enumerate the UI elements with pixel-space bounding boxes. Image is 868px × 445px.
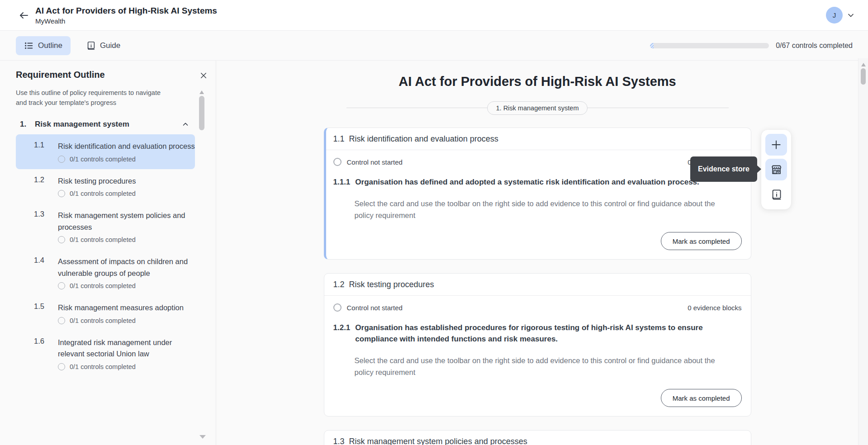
tab-outline[interactable]: Outline: [16, 36, 71, 55]
item-status-text: 0/1 controls completed: [70, 282, 136, 289]
item-number: 1.1: [34, 141, 58, 163]
close-outline-button[interactable]: [198, 70, 209, 81]
tab-guide[interactable]: Guide: [78, 36, 128, 55]
sidebar-item-1-3[interactable]: 1.3 Risk management system policies and …: [16, 204, 195, 250]
requirement-card-1-2[interactable]: 1.2 Risk testing procedures Control not …: [324, 273, 751, 417]
item-status-text: 0/1 controls completed: [70, 317, 136, 324]
scroll-up-icon[interactable]: [861, 63, 866, 66]
control-number: 1.2.1: [333, 322, 351, 345]
tooltip-label: Evidence store: [698, 165, 749, 173]
workspace-name: MyWealth: [35, 17, 217, 25]
outline-panel-description: Use this outline of policy requirements …: [16, 88, 170, 108]
chevron-up-icon[interactable]: [181, 120, 190, 128]
item-number: 1.4: [34, 256, 58, 289]
card-actions: Mark as completed: [333, 389, 742, 407]
control-status-row: Control not started 0 evidence blocks: [333, 303, 742, 312]
control-row: 1.1.1 Organisation has defined and adopt…: [333, 177, 742, 188]
control-status-text: Control not started: [347, 158, 403, 166]
outline-items: 1.1 Risk identification and evaluation p…: [16, 134, 195, 377]
sidebar-item-1-5[interactable]: 1.5 Risk management measures adoption 0/…: [16, 296, 195, 331]
app-root: AI Act for Providers of High-Risk AI Sys…: [0, 0, 868, 445]
requirement-outline-panel: Requirement Outline Use this outline of …: [0, 61, 216, 445]
progress-fill: [650, 43, 654, 48]
card-number: 1.2: [333, 280, 345, 289]
requirement-card-1-3[interactable]: 1.3 Risk management system policies and …: [324, 430, 751, 445]
card-actions: Mark as completed: [333, 232, 742, 250]
view-tabs: Outline Guide: [16, 36, 128, 55]
tab-guide-label: Guide: [100, 41, 120, 50]
evidence-store-tooltip: Evidence store: [690, 156, 757, 182]
control-row: 1.2.1 Organisation has established proce…: [333, 322, 742, 345]
control-status-circle[interactable]: [333, 158, 342, 166]
item-label: Risk identification and evaluation proce…: [58, 141, 195, 152]
item-status-text: 0/1 controls completed: [70, 363, 136, 370]
card-header: 1.2 Risk testing procedures: [324, 274, 751, 295]
item-status-text: 0/1 controls completed: [70, 156, 136, 163]
control-status-circle[interactable]: [333, 303, 342, 312]
header-right: J: [826, 7, 855, 24]
page-scrollbar[interactable]: [858, 58, 868, 445]
chevron-down-icon[interactable]: [846, 11, 855, 20]
item-label: Assessment of impacts on children and vu…: [58, 256, 195, 279]
section-divider: 1. Risk management system: [346, 101, 729, 115]
outline-section-risk-management[interactable]: 1. Risk management system: [16, 120, 195, 129]
item-label: Risk testing procedures: [58, 175, 195, 187]
item-label: Risk management system policies and proc…: [58, 210, 195, 233]
evidence-store-button[interactable]: [765, 159, 787, 180]
card-header: 1.1 Risk identification and evaluation p…: [326, 128, 751, 150]
control-number: 1.1.1: [333, 177, 351, 188]
status-circle-icon: [58, 282, 65, 289]
requirement-card-1-1[interactable]: 1.1 Risk identification and evaluation p…: [324, 128, 751, 260]
card-title: Risk testing procedures: [349, 280, 434, 289]
progress-bar: [650, 43, 769, 48]
item-number: 1.5: [34, 302, 58, 324]
item-label: Risk management measures adoption: [58, 302, 195, 314]
sidebar-item-1-1[interactable]: 1.1 Risk identification and evaluation p…: [16, 134, 195, 169]
status-circle-icon: [58, 156, 65, 163]
evidence-floating-toolbar: [761, 130, 791, 209]
page-title: AI Act for Providers of High-Risk AI Sys…: [35, 5, 217, 16]
sidebar-scroll-down-icon[interactable]: [199, 435, 206, 439]
item-number: 1.6: [34, 337, 58, 370]
card-number: 1.3: [333, 437, 345, 445]
control-helper-text: Select the card and use the toolbar on t…: [355, 198, 726, 222]
tab-outline-label: Outline: [38, 41, 62, 50]
sidebar-item-1-2[interactable]: 1.2 Risk testing procedures 0/1 controls…: [16, 169, 195, 204]
arrow-left-icon: [19, 10, 29, 21]
status-circle-icon: [58, 236, 65, 243]
control-helper-text: Select the card and use the toolbar on t…: [355, 355, 726, 379]
sidebar-item-1-4[interactable]: 1.4 Assessment of impacts on children an…: [16, 250, 195, 296]
control-status-text: Control not started: [347, 304, 403, 312]
guidance-button[interactable]: [765, 184, 787, 205]
sidebar-scroll-up-icon[interactable]: [199, 90, 204, 94]
status-circle-icon: [58, 363, 65, 370]
control-text: Organisation has established procedures …: [355, 322, 741, 345]
book-icon: [86, 41, 96, 51]
app-header: AI Act for Providers of High-Risk AI Sys…: [0, 0, 868, 31]
card-title: Risk management system policies and proc…: [349, 437, 527, 445]
item-number: 1.2: [34, 175, 58, 198]
view-toolbar: Outline Guide 0/67 controls completed: [0, 31, 868, 61]
avatar[interactable]: J: [826, 7, 843, 24]
card-header: 1.3 Risk management system policies and …: [324, 431, 751, 445]
main-content: AI Act for Providers of High-Risk AI Sys…: [217, 61, 858, 445]
evidence-count: 0 evidence blocks: [688, 304, 741, 312]
add-evidence-button[interactable]: [765, 134, 787, 156]
card-body: Control not started 0 evidence blocks 1.…: [326, 150, 751, 259]
header-title-block: AI Act for Providers of High-Risk AI Sys…: [35, 5, 217, 25]
back-button[interactable]: [16, 8, 32, 23]
mark-as-completed-button[interactable]: Mark as completed: [661, 389, 742, 407]
sidebar-item-1-6[interactable]: 1.6 Integrated risk management under rel…: [16, 331, 195, 377]
progress-label: 0/67 controls completed: [776, 42, 853, 50]
item-status-text: 0/1 controls completed: [70, 190, 136, 197]
mark-as-completed-button[interactable]: Mark as completed: [661, 232, 742, 250]
list-icon: [24, 41, 34, 51]
outline-panel-header: Requirement Outline: [16, 70, 216, 81]
sidebar-scrollbar[interactable]: [199, 96, 204, 130]
scrollbar-thumb[interactable]: [861, 68, 866, 85]
outline-panel-title: Requirement Outline: [16, 70, 105, 80]
storefront-icon: [770, 164, 783, 176]
card-body: Control not started 0 evidence blocks 1.…: [324, 296, 751, 416]
plus-icon: [770, 139, 782, 151]
item-status-text: 0/1 controls completed: [70, 236, 136, 243]
